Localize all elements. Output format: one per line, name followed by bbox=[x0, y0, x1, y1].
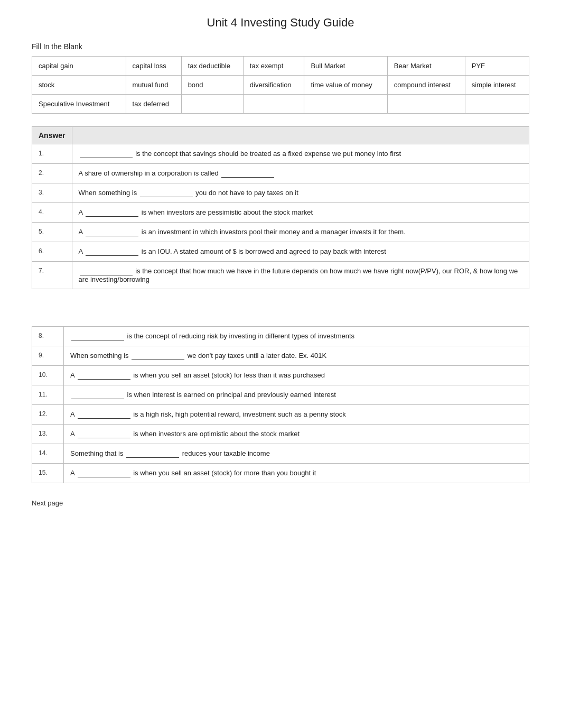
qa-row: 2.A share of ownership in a corporation … bbox=[32, 164, 529, 183]
word-bank-cell: compound interest bbox=[387, 76, 465, 95]
answer-blank[interactable] bbox=[140, 189, 193, 197]
word-bank-cell bbox=[243, 95, 304, 114]
qa-row: 6.A is an IOU. A stated amount of $ is b… bbox=[32, 242, 529, 262]
word-bank-cell: diversification bbox=[243, 76, 304, 95]
word-bank-cell: simple interest bbox=[465, 76, 529, 95]
qa-row: 10.A is when you sell an asset (stock) f… bbox=[32, 366, 529, 385]
answer-header-cell-2 bbox=[72, 127, 529, 144]
word-bank-table: capital gaincapital losstax deductibleta… bbox=[32, 56, 529, 114]
question-number: 3. bbox=[32, 183, 72, 203]
question-number: 13. bbox=[32, 425, 64, 444]
qa-row: 7. is the concept that how much we have … bbox=[32, 262, 529, 289]
answer-blank[interactable] bbox=[78, 410, 130, 419]
answer-blank[interactable] bbox=[78, 430, 130, 438]
question-text: A is when you sell an asset (stock) for … bbox=[64, 464, 529, 483]
question-text: A is an IOU. A stated amount of $ is bor… bbox=[72, 242, 529, 262]
word-bank-cell: capital loss bbox=[126, 57, 181, 76]
page-title: Unit 4 Investing Study Guide bbox=[32, 16, 529, 30]
question-number: 5. bbox=[32, 223, 72, 242]
question-text: A is when investors are pessimistic abou… bbox=[72, 203, 529, 223]
word-bank-cell: PYF bbox=[465, 57, 529, 76]
question-text: is the concept of reducing risk by inves… bbox=[64, 327, 529, 346]
question-text: is the concept that savings should be tr… bbox=[72, 144, 529, 164]
qa-row: 15.A is when you sell an asset (stock) f… bbox=[32, 464, 529, 483]
question-number: 7. bbox=[32, 262, 72, 289]
question-number: 8. bbox=[32, 327, 64, 346]
qa-row: 9.When something is we don't pay taxes u… bbox=[32, 346, 529, 366]
word-bank-cell bbox=[465, 95, 529, 114]
qa-row: 8. is the concept of reducing risk by in… bbox=[32, 327, 529, 346]
answer-blank[interactable] bbox=[86, 228, 138, 236]
word-bank-cell: time value of money bbox=[304, 76, 387, 95]
word-bank-cell: Bull Market bbox=[304, 57, 387, 76]
question-number: 12. bbox=[32, 405, 64, 425]
word-bank-cell: Speculative Investment bbox=[32, 95, 126, 114]
answer-table-2: 8. is the concept of reducing risk by in… bbox=[32, 326, 529, 483]
qa-row: 14.Something that is reduces your taxabl… bbox=[32, 444, 529, 464]
qa-row: 13.A is when investors are optimistic ab… bbox=[32, 425, 529, 444]
question-text: When something is we don't pay taxes unt… bbox=[64, 346, 529, 366]
answer-blank[interactable] bbox=[71, 391, 124, 399]
question-text: is when interest is earned on principal … bbox=[64, 385, 529, 405]
question-number: 4. bbox=[32, 203, 72, 223]
word-bank-cell: bond bbox=[181, 76, 243, 95]
answer-header-row: Answer bbox=[32, 127, 529, 144]
question-number: 6. bbox=[32, 242, 72, 262]
answer-blank[interactable] bbox=[78, 371, 130, 380]
question-text: A is when you sell an asset (stock) for … bbox=[64, 366, 529, 385]
qa-row: 5.A is an investment in which investors … bbox=[32, 223, 529, 242]
word-bank-cell bbox=[387, 95, 465, 114]
question-text: A is an investment in which investors po… bbox=[72, 223, 529, 242]
answer-blank[interactable] bbox=[71, 332, 124, 340]
qa-row: 3.When something is you do not have to p… bbox=[32, 183, 529, 203]
answer-blank[interactable] bbox=[78, 469, 130, 477]
word-bank-cell: stock bbox=[32, 76, 126, 95]
qa-row: 4.A is when investors are pessimistic ab… bbox=[32, 203, 529, 223]
next-page-label[interactable]: Next page bbox=[32, 499, 529, 507]
word-bank-cell: capital gain bbox=[32, 57, 126, 76]
question-text: Something that is reduces your taxable i… bbox=[64, 444, 529, 464]
question-text: is the concept that how much we have in … bbox=[72, 262, 529, 289]
word-bank-cell: Bear Market bbox=[387, 57, 465, 76]
question-number: 14. bbox=[32, 444, 64, 464]
question-number: 2. bbox=[32, 164, 72, 183]
answer-blank[interactable] bbox=[80, 150, 133, 158]
word-bank-cell bbox=[304, 95, 387, 114]
answer-blank[interactable] bbox=[132, 352, 184, 360]
qa-row: 11. is when interest is earned on princi… bbox=[32, 385, 529, 405]
word-bank-cell: tax deductible bbox=[181, 57, 243, 76]
answer-blank[interactable] bbox=[86, 247, 138, 256]
answer-blank[interactable] bbox=[126, 449, 179, 458]
word-bank-cell: tax exempt bbox=[243, 57, 304, 76]
answer-table-1: Answer 1. is the concept that savings sh… bbox=[32, 126, 529, 289]
section-label: Fill In the Blank bbox=[32, 42, 529, 51]
qa-row: 1. is the concept that savings should be… bbox=[32, 144, 529, 164]
question-number: 9. bbox=[32, 346, 64, 366]
word-bank-cell: tax deferred bbox=[126, 95, 181, 114]
question-text: A share of ownership in a corporation is… bbox=[72, 164, 529, 183]
answer-blank[interactable] bbox=[80, 267, 133, 275]
word-bank-cell bbox=[181, 95, 243, 114]
word-bank-cell: mutual fund bbox=[126, 76, 181, 95]
question-text: A is a high risk, high potential reward,… bbox=[64, 405, 529, 425]
answer-header-cell: Answer bbox=[32, 127, 72, 144]
qa-row: 12.A is a high risk, high potential rewa… bbox=[32, 405, 529, 425]
question-text: When something is you do not have to pay… bbox=[72, 183, 529, 203]
question-number: 10. bbox=[32, 366, 64, 385]
question-number: 1. bbox=[32, 144, 72, 164]
question-number: 11. bbox=[32, 385, 64, 405]
question-number: 15. bbox=[32, 464, 64, 483]
question-text: A is when investors are optimistic about… bbox=[64, 425, 529, 444]
answer-blank[interactable] bbox=[221, 169, 274, 178]
answer-blank[interactable] bbox=[86, 208, 138, 217]
